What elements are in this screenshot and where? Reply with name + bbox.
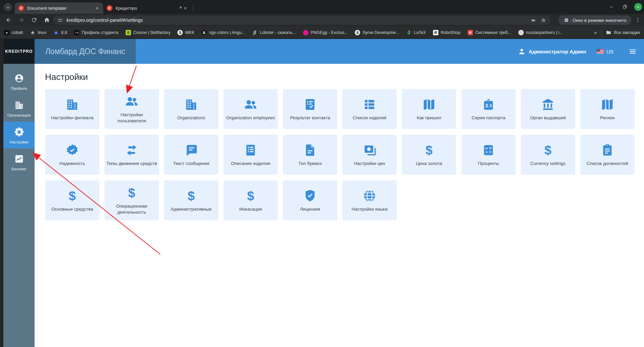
bookmark-item-12[interactable]: HСистемные треб... [468,30,511,35]
badge-icon [481,97,496,112]
sidebar-item-настройки[interactable]: Настройки [3,122,35,148]
settings-tile-11[interactable]: Типы движения средств [104,135,159,175]
settings-tile-18[interactable]: Currency settings [521,135,575,175]
settings-tile-8[interactable]: Орган выдавший [521,89,575,129]
settings-tile-0[interactable]: Настройки филиала [45,89,99,129]
app-logo[interactable]: KREDITPRO [3,39,35,64]
bookmark-item-6[interactable]: Angx-colors | Angu... [202,30,245,35]
reload-button[interactable] [30,16,38,24]
bookmark-item-13[interactable]: russianpartners | i... [518,30,563,35]
settings-tile-19[interactable]: Список должностей [580,135,635,175]
settings-tile-15[interactable]: Настройки цен [342,135,397,175]
tile-label: Результат контакта [290,115,330,121]
settings-tile-6[interactable]: Как пришел [402,89,456,129]
bookmark-item-2[interactable]: ◆8.8 [53,30,67,35]
settings-tile-25[interactable]: Настройки языка [342,180,397,220]
settings-tile-22[interactable]: Административные [164,180,218,220]
settings-tile-17[interactable]: Проценты [461,135,516,175]
transfer-icon [125,143,139,157]
settings-tile-12[interactable]: Текст сообщения [164,135,218,175]
plus-icon [178,4,183,10]
bookmark-item-4[interactable]: ƧCourse | Skillfactory [126,30,171,35]
settings-tile-23[interactable]: Инкасация [223,180,278,220]
organization-title[interactable]: Ломбард ДОС Финанс [35,39,136,64]
bookmark-item-3[interactable]: ∩ıПрофиль студента [74,30,118,35]
settings-tile-5[interactable]: Список изделий [342,89,397,129]
new-tab-button[interactable] [176,3,185,12]
bookmark-label: linux [38,30,46,35]
sidebar-item-организация[interactable]: Организация [3,95,35,122]
settings-tile-16[interactable]: Цена золота [402,135,456,175]
sidebar-item-биллинг[interactable]: Биллинг [3,148,35,175]
bookmark-item-11[interactable]: RRoboShop [433,30,461,35]
language-switcher[interactable]: US [597,49,613,54]
us-flag-icon [597,49,604,54]
person-icon [518,48,525,55]
bookmark-label: PNGEgg - Exclusi... [311,30,348,35]
bookmark-item-0[interactable]: »cobalt [4,30,23,35]
bookmark-label: cobalt [12,30,23,35]
password-key-icon[interactable] [530,17,536,23]
settings-tile-2[interactable]: Organizations [164,89,218,129]
home-icon [44,17,50,23]
settings-tile-4[interactable]: Результат контакта [283,89,337,129]
people-icon [244,97,258,112]
site-settings-icon[interactable] [57,17,63,23]
bookmark-item-1[interactable]: ★linux [30,30,46,35]
app-menu-button[interactable] [628,47,637,56]
folder-icon [606,30,611,35]
address-bar[interactable]: kreditpro.org/control-panel/#/settings [53,15,551,25]
kebab-menu-icon [635,17,641,23]
bookmark-item-5[interactable]: SMKK [177,30,194,35]
settings-tile-24[interactable]: Лицензия [283,180,337,220]
message-icon [184,143,198,157]
bookmark-item-9[interactable]: SSyrve Developme... [355,30,399,35]
settings-tile-3[interactable]: Organization employees [223,89,278,129]
circle-s-favicon-icon: S [177,30,183,35]
user-menu[interactable]: Администратор Админ [518,48,587,55]
settings-tile-1[interactable]: Настройки пользователя [104,89,159,129]
dollar-icon [422,143,436,157]
dollar-icon [184,189,198,203]
dark-badge-favicon-icon: ∩ı [74,30,79,35]
sidebar-item-профиль[interactable]: Профиль [3,68,35,95]
tile-label: Organization employees [226,115,275,121]
settings-tile-9[interactable]: Регион [580,89,635,129]
browser-tab-0[interactable]: KDocument templater [15,2,103,14]
settings-tile-7[interactable]: Серия паспорта [461,89,516,129]
settings-tile-10[interactable]: Надежность [45,135,99,175]
sidebar-item-label: Организация [7,113,31,117]
bookmarks-overflow-button[interactable]: » [594,30,596,35]
close-window-button[interactable] [634,3,642,11]
bookmark-item-7[interactable]: βLobster - скачать... [252,30,296,35]
tab-title: Кредитпро [116,6,179,11]
settings-tile-21[interactable]: Операционная деятельность [104,180,159,220]
forward-arrow-icon [18,17,25,23]
all-bookmarks-button[interactable]: Все закладки [606,30,640,35]
diamond-favicon-icon: ◆ [53,30,59,35]
tab-close-button[interactable] [94,5,100,11]
bookmark-label: Course | Skillfactory [133,30,171,35]
browser-menu-button[interactable] [634,16,641,24]
bookmark-item-8[interactable]: PNGEgg - Exclusi... [303,30,348,35]
forward-button[interactable] [17,16,25,24]
back-arrow-icon [5,17,12,23]
window-controls [607,3,642,11]
user-name: Администратор Админ [529,49,587,54]
maximize-button[interactable] [621,3,629,11]
settings-tile-14[interactable]: Тип бумаги [283,135,337,175]
bookmark-item-10[interactable]: δLaTeX [406,30,426,35]
app-header: KREDITPRO Ломбард ДОС Финанс Администрат… [3,39,644,64]
settings-tile-grid: Настройки филиалаНастройки пользователяO… [45,89,644,220]
settings-tile-13[interactable]: Описание изделия [223,135,278,175]
home-button[interactable] [43,16,51,24]
bookmark-star-icon[interactable] [541,17,546,23]
back-button[interactable] [5,16,12,24]
dollar-icon [541,143,555,157]
settings-tile-20[interactable]: Основные средства [45,180,99,220]
list-icon [362,97,377,112]
tab-favicon: K [106,5,113,11]
url-text: kreditpro.org/control-panel/#/settings [67,17,143,23]
minimize-button[interactable] [607,3,615,11]
tab-search-button[interactable] [4,3,12,11]
